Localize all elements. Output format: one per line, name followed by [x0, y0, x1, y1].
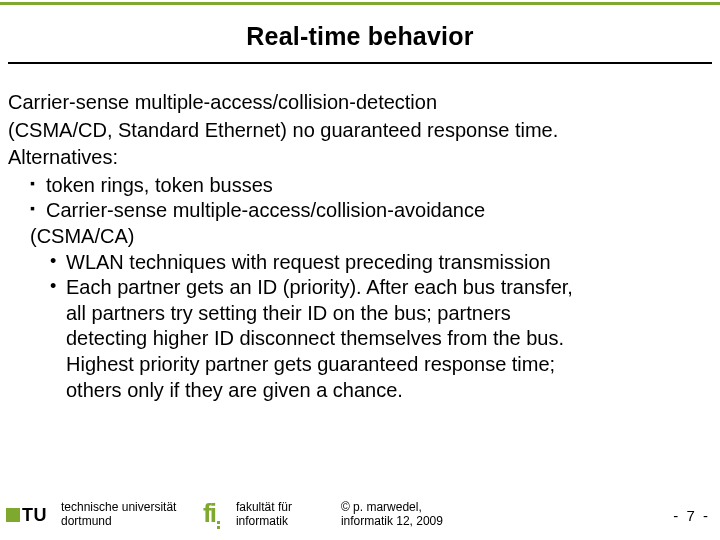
fi-logo-squares-icon: [217, 521, 220, 529]
body-line: (CSMA/CD, Standard Ethernet) no guarante…: [8, 118, 712, 144]
slide: Real-time behavior Carrier-sense multipl…: [0, 0, 720, 540]
body-line: Alternatives:: [8, 145, 712, 171]
bullet-item: Each partner gets an ID (priority). Afte…: [50, 275, 712, 301]
bullet-continuation: all partners try setting their ID on the…: [8, 301, 712, 327]
footer-line: © p. marwedel,: [341, 501, 481, 515]
bullet-continuation: Highest priority partner gets guaranteed…: [8, 352, 712, 378]
bullet-item: token rings, token busses: [30, 173, 712, 199]
bullet-item: WLAN techniques with request preceding t…: [50, 250, 712, 276]
tu-logo-square-icon: [6, 508, 20, 522]
footer-line: informatik 12, 2009: [341, 515, 481, 529]
footer-line: technische universität: [61, 501, 191, 515]
copyright: © p. marwedel, informatik 12, 2009: [341, 501, 481, 529]
slide-title: Real-time behavior: [0, 22, 720, 51]
footer-line: informatik: [236, 515, 321, 529]
bullet-level2: Each partner gets an ID (priority). Afte…: [8, 275, 712, 301]
body-line: Carrier-sense multiple-access/collision-…: [8, 90, 712, 116]
bullet-item: Carrier-sense multiple-access/collision-…: [30, 198, 712, 224]
tu-logo-text: TU: [22, 505, 47, 526]
footer-row: TU technische universität dortmund fi fa…: [0, 496, 720, 534]
footer-line: dortmund: [61, 515, 191, 529]
footer-line: fakultät für: [236, 501, 321, 515]
university-name: technische universität dortmund: [61, 501, 191, 529]
fi-logo-text: fi: [203, 498, 215, 529]
bullet-level2: WLAN techniques with request preceding t…: [8, 250, 712, 276]
page-number: - 7 -: [673, 507, 710, 524]
bullet-level1: token rings, token busses: [8, 173, 712, 199]
bullet-continuation: detecting higher ID disconnect themselve…: [8, 326, 712, 352]
fi-logo: fi: [203, 500, 220, 531]
body-line: (CSMA/CA): [30, 224, 712, 250]
slide-body: Carrier-sense multiple-access/collision-…: [8, 90, 712, 403]
bullet-continuation: (CSMA/CA): [8, 224, 712, 250]
slide-footer: TU technische universität dortmund fi fa…: [0, 496, 720, 534]
bullet-level1: Carrier-sense multiple-access/collision-…: [8, 198, 712, 224]
faculty-name: fakultät für informatik: [236, 501, 321, 529]
top-accent-bar: [0, 2, 720, 5]
tu-logo: TU: [6, 505, 47, 526]
title-underline: [8, 62, 712, 64]
bullet-continuation: others only if they are given a chance.: [8, 378, 712, 404]
title-area: Real-time behavior: [0, 22, 720, 51]
